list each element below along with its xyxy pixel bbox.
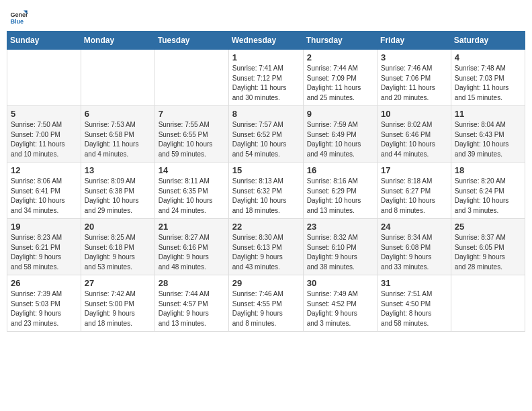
calendar-cell: 4Sunrise: 7:48 AM Sunset: 7:03 PM Daylig… [451, 50, 525, 106]
day-number: 26 [11, 278, 77, 288]
cell-content: Sunrise: 7:46 AM Sunset: 4:55 PM Dayligh… [232, 290, 283, 327]
day-number: 8 [232, 109, 300, 119]
day-number: 11 [455, 109, 521, 119]
calendar-cell: 3Sunrise: 7:46 AM Sunset: 7:06 PM Daylig… [378, 50, 451, 106]
cell-content: Sunrise: 7:51 AM Sunset: 4:50 PM Dayligh… [381, 290, 432, 327]
day-number: 10 [381, 109, 447, 119]
cell-content: Sunrise: 7:39 AM Sunset: 5:03 PM Dayligh… [11, 290, 62, 327]
calendar-cell: 2Sunrise: 7:44 AM Sunset: 7:09 PM Daylig… [303, 50, 377, 106]
day-number: 15 [232, 165, 300, 175]
day-number: 13 [85, 165, 151, 175]
calendar-week-row: 5Sunrise: 7:50 AM Sunset: 7:00 PM Daylig… [7, 106, 525, 163]
day-number: 29 [232, 278, 300, 288]
calendar-cell: 10Sunrise: 8:02 AM Sunset: 6:46 PM Dayli… [378, 106, 451, 163]
cell-content: Sunrise: 8:06 AM Sunset: 6:41 PM Dayligh… [11, 177, 65, 214]
cell-content: Sunrise: 7:42 AM Sunset: 5:00 PM Dayligh… [85, 290, 136, 327]
calendar-cell: 27Sunrise: 7:42 AM Sunset: 5:00 PM Dayli… [81, 275, 154, 332]
logo: General Blue [9, 7, 28, 26]
cell-content: Sunrise: 8:11 AM Sunset: 6:35 PM Dayligh… [159, 177, 213, 214]
calendar-cell: 23Sunrise: 8:32 AM Sunset: 6:10 PM Dayli… [303, 219, 377, 275]
cell-content: Sunrise: 7:49 AM Sunset: 4:52 PM Dayligh… [307, 290, 358, 327]
day-number: 17 [381, 165, 447, 175]
day-number: 28 [159, 278, 225, 288]
calendar-cell: 14Sunrise: 8:11 AM Sunset: 6:35 PM Dayli… [154, 163, 228, 219]
calendar-cell: 1Sunrise: 7:41 AM Sunset: 7:12 PM Daylig… [228, 50, 303, 106]
calendar-cell: 16Sunrise: 8:16 AM Sunset: 6:29 PM Dayli… [303, 163, 377, 219]
day-number: 18 [455, 165, 521, 175]
cell-content: Sunrise: 8:20 AM Sunset: 6:24 PM Dayligh… [455, 177, 509, 214]
day-number: 2 [307, 52, 373, 62]
cell-content: Sunrise: 8:34 AM Sunset: 6:08 PM Dayligh… [381, 234, 432, 271]
cell-content: Sunrise: 7:55 AM Sunset: 6:55 PM Dayligh… [159, 121, 213, 158]
calendar-cell: 24Sunrise: 8:34 AM Sunset: 6:08 PM Dayli… [378, 219, 451, 275]
calendar-header-saturday: Saturday [451, 32, 525, 50]
calendar-cell: 20Sunrise: 8:25 AM Sunset: 6:18 PM Dayli… [81, 219, 154, 275]
day-number: 25 [455, 222, 521, 232]
calendar-header-wednesday: Wednesday [228, 32, 303, 50]
cell-content: Sunrise: 8:23 AM Sunset: 6:21 PM Dayligh… [11, 234, 62, 271]
calendar-cell: 7Sunrise: 7:55 AM Sunset: 6:55 PM Daylig… [154, 106, 228, 163]
svg-text:Blue: Blue [10, 18, 24, 25]
cell-content: Sunrise: 7:46 AM Sunset: 7:06 PM Dayligh… [381, 64, 435, 101]
cell-content: Sunrise: 7:41 AM Sunset: 7:12 PM Dayligh… [232, 64, 287, 101]
cell-content: Sunrise: 7:57 AM Sunset: 6:52 PM Dayligh… [232, 121, 287, 158]
day-number: 20 [85, 222, 151, 232]
calendar-cell: 19Sunrise: 8:23 AM Sunset: 6:21 PM Dayli… [7, 219, 81, 275]
day-number: 1 [232, 52, 300, 62]
cell-content: Sunrise: 8:32 AM Sunset: 6:10 PM Dayligh… [307, 234, 358, 271]
page-header: General Blue [7, 7, 525, 26]
cell-content: Sunrise: 8:37 AM Sunset: 6:05 PM Dayligh… [455, 234, 506, 271]
day-number: 22 [232, 222, 300, 232]
day-number: 27 [85, 278, 151, 288]
calendar-cell [81, 50, 154, 106]
cell-content: Sunrise: 7:50 AM Sunset: 7:00 PM Dayligh… [11, 121, 65, 158]
cell-content: Sunrise: 8:30 AM Sunset: 6:13 PM Dayligh… [232, 234, 283, 271]
calendar-cell: 25Sunrise: 8:37 AM Sunset: 6:05 PM Dayli… [451, 219, 525, 275]
day-number: 9 [307, 109, 373, 119]
day-number: 23 [307, 222, 373, 232]
day-number: 19 [11, 222, 77, 232]
cell-content: Sunrise: 7:48 AM Sunset: 7:03 PM Dayligh… [455, 64, 509, 101]
cell-content: Sunrise: 8:09 AM Sunset: 6:38 PM Dayligh… [85, 177, 139, 214]
calendar-cell: 12Sunrise: 8:06 AM Sunset: 6:41 PM Dayli… [7, 163, 81, 219]
calendar-cell: 17Sunrise: 8:18 AM Sunset: 6:27 PM Dayli… [378, 163, 451, 219]
calendar-cell: 21Sunrise: 8:27 AM Sunset: 6:16 PM Dayli… [154, 219, 228, 275]
calendar-header-thursday: Thursday [303, 32, 377, 50]
calendar-cell: 30Sunrise: 7:49 AM Sunset: 4:52 PM Dayli… [303, 275, 377, 332]
calendar-cell: 31Sunrise: 7:51 AM Sunset: 4:50 PM Dayli… [378, 275, 451, 332]
cell-content: Sunrise: 8:13 AM Sunset: 6:32 PM Dayligh… [232, 177, 287, 214]
calendar-cell: 9Sunrise: 7:59 AM Sunset: 6:49 PM Daylig… [303, 106, 377, 163]
day-number: 4 [455, 52, 521, 62]
logo-icon: General Blue [9, 7, 28, 26]
day-number: 6 [85, 109, 151, 119]
cell-content: Sunrise: 8:27 AM Sunset: 6:16 PM Dayligh… [159, 234, 210, 271]
calendar-cell: 8Sunrise: 7:57 AM Sunset: 6:52 PM Daylig… [228, 106, 303, 163]
cell-content: Sunrise: 8:04 AM Sunset: 6:43 PM Dayligh… [455, 121, 509, 158]
cell-content: Sunrise: 7:59 AM Sunset: 6:49 PM Dayligh… [307, 121, 361, 158]
cell-content: Sunrise: 8:02 AM Sunset: 6:46 PM Dayligh… [381, 121, 435, 158]
calendar-header-tuesday: Tuesday [154, 32, 228, 50]
calendar-cell: 22Sunrise: 8:30 AM Sunset: 6:13 PM Dayli… [228, 219, 303, 275]
calendar-cell: 13Sunrise: 8:09 AM Sunset: 6:38 PM Dayli… [81, 163, 154, 219]
day-number: 31 [381, 278, 447, 288]
day-number: 24 [381, 222, 447, 232]
calendar-cell: 26Sunrise: 7:39 AM Sunset: 5:03 PM Dayli… [7, 275, 81, 332]
cell-content: Sunrise: 7:44 AM Sunset: 7:09 PM Dayligh… [307, 64, 361, 101]
calendar-cell: 11Sunrise: 8:04 AM Sunset: 6:43 PM Dayli… [451, 106, 525, 163]
calendar-cell: 15Sunrise: 8:13 AM Sunset: 6:32 PM Dayli… [228, 163, 303, 219]
cell-content: Sunrise: 8:25 AM Sunset: 6:18 PM Dayligh… [85, 234, 136, 271]
calendar-cell: 5Sunrise: 7:50 AM Sunset: 7:00 PM Daylig… [7, 106, 81, 163]
calendar-week-row: 26Sunrise: 7:39 AM Sunset: 5:03 PM Dayli… [7, 275, 525, 332]
calendar-week-row: 19Sunrise: 8:23 AM Sunset: 6:21 PM Dayli… [7, 219, 525, 275]
calendar-week-row: 1Sunrise: 7:41 AM Sunset: 7:12 PM Daylig… [7, 50, 525, 106]
calendar-cell: 18Sunrise: 8:20 AM Sunset: 6:24 PM Dayli… [451, 163, 525, 219]
calendar-cell: 28Sunrise: 7:44 AM Sunset: 4:57 PM Dayli… [154, 275, 228, 332]
calendar-week-row: 12Sunrise: 8:06 AM Sunset: 6:41 PM Dayli… [7, 163, 525, 219]
day-number: 16 [307, 165, 373, 175]
cell-content: Sunrise: 7:53 AM Sunset: 6:58 PM Dayligh… [85, 121, 139, 158]
calendar-cell [451, 275, 525, 332]
calendar-cell [7, 50, 81, 106]
cell-content: Sunrise: 8:18 AM Sunset: 6:27 PM Dayligh… [381, 177, 435, 214]
calendar-header-friday: Friday [378, 32, 451, 50]
day-number: 5 [11, 109, 77, 119]
